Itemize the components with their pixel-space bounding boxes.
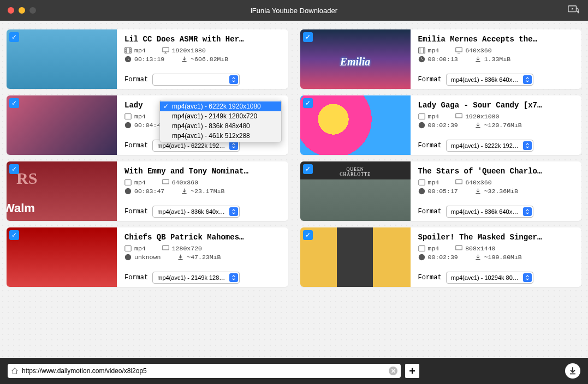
svg-point-29 xyxy=(418,188,424,194)
select-checkbox[interactable]: ✓ xyxy=(9,230,19,240)
video-thumbnail[interactable]: Emilia ✓ xyxy=(300,29,411,89)
chevron-updown-icon xyxy=(523,207,532,216)
monitor-icon xyxy=(162,245,169,252)
select-checkbox[interactable]: ✓ xyxy=(9,32,19,42)
dropdown-option[interactable]: mp4(avc1) - 2149k 1280x720 xyxy=(160,111,281,121)
svg-rect-33 xyxy=(418,246,424,251)
format-select[interactable]: mp4(avc1) - 836k 640x… xyxy=(446,74,533,86)
film-icon xyxy=(418,113,425,120)
monitor-icon xyxy=(455,47,462,54)
duration-label: 00:13:19 xyxy=(134,56,164,63)
monitor-icon xyxy=(455,179,462,186)
chevron-updown-icon xyxy=(229,75,238,84)
dropdown-option[interactable]: mp4(avc1) - 461k 512x288 xyxy=(160,131,281,141)
download-size-icon xyxy=(474,56,482,63)
select-checkbox[interactable]: ✓ xyxy=(303,98,313,108)
chevron-updown-icon xyxy=(229,207,238,216)
format-select[interactable]: mp4(avc1) - 2149k 128… xyxy=(152,272,240,284)
monitor-icon xyxy=(455,245,462,252)
video-thumbnail[interactable]: ✓ xyxy=(300,227,411,287)
chevron-updown-icon xyxy=(229,141,238,150)
close-window-button[interactable] xyxy=(8,7,14,14)
clock-icon xyxy=(124,188,132,195)
select-checkbox[interactable]: ✓ xyxy=(9,98,19,108)
select-checkbox[interactable]: ✓ xyxy=(303,32,313,42)
svg-rect-12 xyxy=(418,48,424,53)
download-size-icon xyxy=(474,188,482,195)
download-size-icon xyxy=(181,56,188,63)
clock-icon xyxy=(418,254,425,261)
format-label: Format xyxy=(418,76,442,83)
download-size-icon xyxy=(181,188,188,195)
video-thumbnail[interactable]: ✓ xyxy=(7,227,117,287)
add-url-button[interactable]: + xyxy=(405,364,419,378)
svg-rect-28 xyxy=(456,180,462,184)
svg-rect-27 xyxy=(418,180,424,185)
clock-icon xyxy=(418,122,425,129)
dropdown-option[interactable]: mp4(avc1) - 836k 848x480 xyxy=(160,121,281,131)
clock-icon xyxy=(418,188,425,195)
video-thumbnail[interactable]: ✓ xyxy=(300,95,411,155)
window-controls xyxy=(0,7,36,14)
format-select[interactable]: mp4(avc1) - 6222k 192… xyxy=(446,140,533,152)
film-icon xyxy=(418,179,425,186)
dropdown-option[interactable]: mp4(avc1) - 6222k 1920x1080 xyxy=(160,101,281,111)
svg-rect-24 xyxy=(125,180,131,185)
minimize-window-button[interactable] xyxy=(19,7,25,14)
chevron-updown-icon xyxy=(523,75,532,84)
svg-rect-15 xyxy=(456,48,462,52)
format-select[interactable]: mp4(avc1) - 836k 640x… xyxy=(152,206,240,218)
size-label: ~606.82MiB xyxy=(191,56,228,63)
select-checkbox[interactable]: ✓ xyxy=(9,164,19,174)
svg-rect-34 xyxy=(456,246,462,250)
svg-point-32 xyxy=(125,254,131,260)
video-thumbnail[interactable]: ✓ xyxy=(7,95,117,155)
video-thumbnail[interactable]: RS Walm ✓ xyxy=(7,161,117,221)
svg-point-23 xyxy=(418,122,424,128)
svg-rect-31 xyxy=(163,246,169,250)
svg-rect-18 xyxy=(125,114,131,119)
download-size-icon xyxy=(474,254,482,261)
home-icon xyxy=(11,367,19,375)
chevron-updown-icon xyxy=(229,273,238,282)
maximize-window-button[interactable] xyxy=(29,7,36,14)
svg-rect-8 xyxy=(163,48,169,52)
svg-rect-13 xyxy=(418,48,419,53)
title-bar: iFunia Youtube Downloader xyxy=(0,0,588,21)
video-card: ✓ Spoiler! The Masked Singer… mp4 808x14… xyxy=(300,227,582,287)
video-title: Spoiler! The Masked Singer… xyxy=(418,233,575,242)
select-checkbox[interactable]: ✓ xyxy=(303,164,313,174)
video-title: Lil CC Does ASMR with Her… xyxy=(124,35,282,44)
svg-point-26 xyxy=(125,188,131,194)
clock-icon xyxy=(418,56,425,63)
download-size-icon xyxy=(474,122,482,129)
monitor-icon xyxy=(162,179,169,186)
film-icon xyxy=(124,47,132,54)
container-label: mp4 xyxy=(134,47,146,54)
video-card: ✓ Lil CC Does ASMR with Her… mp4 1920x10… xyxy=(7,29,288,89)
video-card: Emilia ✓ Emilia Mernes Accepts the… mp4 … xyxy=(300,29,582,89)
format-label: Format xyxy=(124,274,148,281)
url-input[interactable]: https://www.dailymotion.com/video/x8l2op… xyxy=(8,364,401,378)
video-title: Lady Gaga - Sour Candy [x7… xyxy=(418,101,575,110)
format-select[interactable]: mp4(avc1) - 10294k 80… xyxy=(446,272,533,284)
select-checkbox[interactable]: ✓ xyxy=(303,230,313,240)
library-icon[interactable] xyxy=(567,4,579,17)
format-dropdown-menu[interactable]: mp4(avc1) - 6222k 1920x1080 mp4(avc1) - … xyxy=(159,100,282,142)
svg-rect-36 xyxy=(570,374,575,375)
format-select[interactable] xyxy=(152,74,240,86)
film-icon xyxy=(124,179,132,186)
chevron-updown-icon xyxy=(523,141,532,150)
clear-url-button[interactable]: ✕ xyxy=(389,367,397,375)
clock-icon xyxy=(124,254,132,261)
download-button[interactable] xyxy=(565,363,580,379)
film-icon xyxy=(124,113,132,120)
video-thumbnail[interactable]: ✓ xyxy=(7,29,117,89)
video-title: Chiefs QB Patrick Mahomes… xyxy=(124,233,282,242)
video-title: The Stars of 'Queen Charlo… xyxy=(418,167,575,176)
format-select[interactable]: mp4(avc1) - 836k 640x… xyxy=(446,206,533,218)
video-thumbnail[interactable]: QUEENCHARLOTTE ✓ xyxy=(300,161,411,221)
film-icon xyxy=(418,47,425,54)
svg-rect-21 xyxy=(418,114,424,119)
svg-rect-14 xyxy=(423,48,424,53)
